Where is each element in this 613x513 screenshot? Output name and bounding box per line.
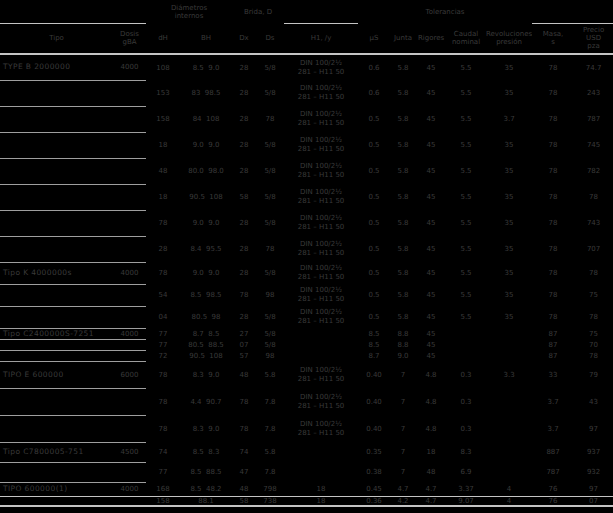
group-tolerances: Tolerancias [358, 0, 532, 23]
spec-table: Diámetros internos Brida, D Tolerancias … [0, 0, 613, 507]
data-cell: 18 [146, 184, 180, 210]
data-cell: 45 [416, 106, 446, 132]
data-cell: 8.8 [390, 328, 416, 339]
table-row: 784.4 90.7787.8DIN 100/2½281 – H11 500.4… [0, 388, 613, 415]
data-cell: 35 [486, 284, 532, 306]
data-cell: 45 [416, 210, 446, 236]
data-cell: 8.5 8.3 [180, 442, 232, 462]
col-header-rev: Revoluciones presión [486, 23, 532, 54]
fitting-cell: DIN 100/2½281 – H11 50 [284, 284, 358, 306]
data-cell: 5.5 [446, 106, 486, 132]
data-cell: 48 [416, 462, 446, 482]
table-row: Tipo C7800005-7514500748.5 8.3745.80.357… [0, 442, 613, 462]
row-label [0, 350, 113, 361]
fitting-cell: DIN 100/2½281 – H11 50 [284, 132, 358, 158]
data-cell: 5.8 [390, 184, 416, 210]
data-cell: 3.7 [532, 388, 574, 415]
data-cell: 18 [416, 442, 446, 462]
fitting-cell: DIN 100/2½281 – H11 50 [284, 415, 358, 442]
data-cell: 75 [574, 284, 613, 306]
data-cell: 8.5 88.5 [180, 462, 232, 482]
fitting-cell [284, 350, 358, 361]
row-label [0, 132, 113, 158]
data-cell: 887 [532, 442, 574, 462]
data-cell: 798 [256, 482, 284, 496]
data-cell: 78 [574, 350, 613, 361]
data-cell: 97 [574, 482, 613, 496]
data-cell: 5.5 [446, 80, 486, 106]
data-cell [486, 415, 532, 442]
col-header-dh: dH [146, 23, 180, 54]
data-cell: 45 [416, 158, 446, 184]
data-cell: 78 [574, 262, 613, 284]
data-cell: 5.8 [256, 361, 284, 388]
data-cell: 0.5 [358, 306, 390, 328]
dose-cell [113, 184, 146, 210]
fitting-cell: DIN 100/2½281 – H11 50 [284, 106, 358, 132]
fitting-cell: DIN 100/2½281 – H11 50 [284, 80, 358, 106]
fitting-cell [284, 442, 358, 462]
data-cell: 72 [146, 350, 180, 361]
col-header-flow: Caudal nominal [446, 23, 486, 54]
data-cell: 45 [416, 328, 446, 339]
col-header-us: μS [358, 23, 390, 54]
data-cell: 5.8 [390, 54, 416, 80]
fitting-cell: DIN 100/2½281 – H11 50 [284, 306, 358, 328]
data-cell: 0.3 [446, 415, 486, 442]
data-cell: 7 [390, 462, 416, 482]
row-label [0, 106, 113, 132]
data-cell: 0.3 [446, 361, 486, 388]
data-cell: 168 [146, 482, 180, 496]
dose-cell [113, 339, 146, 350]
data-cell: 4.8 [416, 415, 446, 442]
data-cell: 5/8 [256, 158, 284, 184]
data-cell: 28 [232, 54, 256, 80]
data-cell: 5/8 [256, 132, 284, 158]
data-cell: 0.40 [358, 388, 390, 415]
data-cell: 8.8 [390, 339, 416, 350]
data-cell: 5.8 [390, 262, 416, 284]
data-cell: 7 [390, 388, 416, 415]
dose-cell [113, 236, 146, 262]
data-cell: 4.7 [416, 496, 446, 506]
data-cell: 77 [146, 339, 180, 350]
dose-cell [113, 106, 146, 132]
data-cell: 0.6 [358, 80, 390, 106]
data-cell: 3.3 [486, 361, 532, 388]
data-cell: 58 [232, 184, 256, 210]
dose-cell [113, 284, 146, 306]
data-cell: 9.0 [390, 350, 416, 361]
fitting-cell: DIN 100/2½281 – H11 50 [284, 210, 358, 236]
data-cell: 98 [256, 350, 284, 361]
row-label [0, 462, 113, 482]
fitting-cell: DIN 100/2½281 – H11 50 [284, 54, 358, 80]
table-row: 288.4 95.52878DIN 100/2½281 – H11 500.55… [0, 236, 613, 262]
data-cell: 57 [232, 350, 256, 361]
dose-cell [113, 462, 146, 482]
data-cell: 45 [416, 184, 446, 210]
row-label: Tipo C2400000S-7251 [0, 328, 113, 339]
data-cell: 27 [232, 328, 256, 339]
row-label [0, 339, 113, 350]
data-cell: 28 [232, 236, 256, 262]
data-cell: 87 [532, 328, 574, 339]
data-cell: 0.5 [358, 158, 390, 184]
table-row: 15888.158738180.364.24.79.0747607 [0, 496, 613, 506]
data-cell: 58 [232, 496, 256, 506]
data-cell: 5.8 [390, 284, 416, 306]
data-cell: 33 [532, 361, 574, 388]
data-cell: 937 [574, 442, 613, 462]
data-cell: 5.8 [390, 80, 416, 106]
col-header-type: Tipo [0, 23, 113, 54]
data-cell: 74.7 [574, 54, 613, 80]
data-cell: 78 [146, 361, 180, 388]
table-row: 15884 1082878DIN 100/2½281 – H11 500.55.… [0, 106, 613, 132]
data-cell: 8.3 9.0 [180, 361, 232, 388]
dose-cell: 4500 [113, 442, 146, 462]
data-cell: 153 [146, 80, 180, 106]
table-row: 15383 98.5285/8DIN 100/2½281 – H11 500.6… [0, 80, 613, 106]
data-cell: 0.5 [358, 236, 390, 262]
data-cell: 0.5 [358, 284, 390, 306]
fitting-cell [284, 328, 358, 339]
data-cell: 5.5 [446, 236, 486, 262]
